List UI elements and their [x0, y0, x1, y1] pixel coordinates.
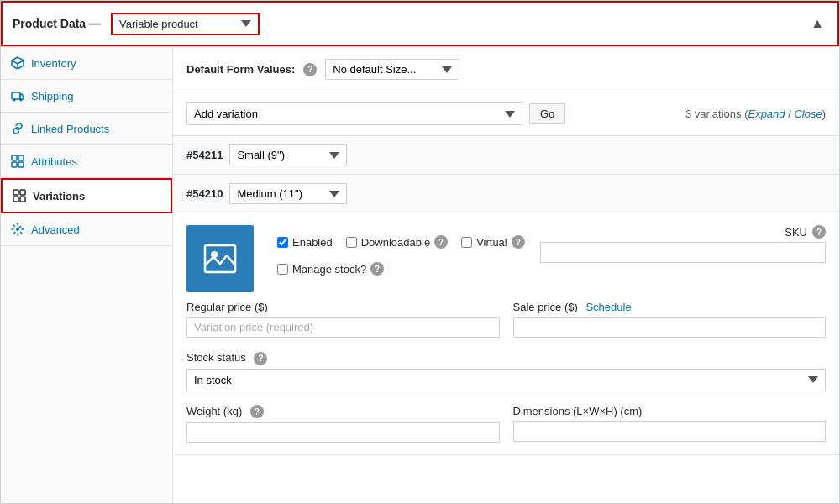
sku-help-icon[interactable]: ?	[812, 225, 826, 239]
virtual-checkbox-label[interactable]: Virtual ?	[461, 235, 525, 249]
weight-input[interactable]	[186, 422, 500, 443]
sidebar-item-inventory[interactable]: Inventory	[1, 47, 172, 80]
sidebar-item-label-advanced: Advanced	[31, 223, 80, 236]
product-type-select[interactable]: Variable productSimple productGrouped pr…	[111, 13, 260, 35]
main-content: Default Form Values: ? No default Size..…	[173, 47, 839, 503]
expand-link[interactable]: Expand	[748, 108, 785, 120]
svg-rect-5	[18, 155, 24, 160]
shipping-icon	[11, 89, 24, 102]
sidebar: InventoryShippingLinked ProductsAttribut…	[1, 47, 173, 503]
sidebar-item-label-inventory: Inventory	[31, 57, 76, 70]
collapse-icon[interactable]: ▲	[797, 16, 837, 31]
default-form-help-icon[interactable]: ?	[303, 63, 317, 76]
sidebar-item-variations[interactable]: Variations	[1, 178, 172, 213]
virtual-label: Virtual	[476, 236, 507, 249]
svg-rect-9	[20, 190, 25, 195]
regular-price-field: Regular price ($)	[186, 301, 500, 338]
inventory-icon	[11, 56, 24, 70]
dimensions-input[interactable]	[513, 421, 827, 442]
svg-rect-6	[12, 162, 17, 167]
svg-rect-7	[18, 162, 24, 167]
manage-stock-checkbox[interactable]	[277, 264, 288, 275]
sku-label-text: SKU	[785, 226, 807, 239]
sku-input[interactable]	[540, 242, 826, 263]
svg-rect-4	[12, 155, 17, 160]
weight-field: Weight (kg) ?	[186, 405, 500, 444]
downloadable-label: Downloadable	[361, 236, 430, 249]
weight-help-icon[interactable]: ?	[250, 405, 264, 418]
bottom-fields-row: Weight (kg) ? Dimensions (L×W×H) (cm)	[186, 396, 826, 444]
sidebar-item-advanced[interactable]: Advanced	[1, 213, 172, 246]
downloadable-checkbox-label[interactable]: Downloadable ?	[346, 235, 448, 249]
svg-rect-1	[12, 92, 20, 99]
go-button[interactable]: Go	[529, 103, 565, 124]
enabled-checkbox[interactable]	[277, 237, 288, 248]
variation-select-1[interactable]: Small (9") Medium (11") Large (13")	[229, 144, 347, 165]
product-data-header: Product Data — Variable productSimple pr…	[1, 1, 839, 46]
variation-id-1: #54211	[186, 149, 223, 161]
sidebar-item-label-linked-products: Linked Products	[31, 123, 109, 135]
panel-body: InventoryShippingLinked ProductsAttribut…	[1, 46, 839, 503]
variation-detail: Enabled Downloadable ? Virtual ?	[173, 213, 839, 455]
attributes-icon	[11, 155, 24, 168]
downloadable-help-icon[interactable]: ?	[434, 235, 448, 249]
svg-point-3	[20, 99, 23, 102]
sidebar-item-label-variations: Variations	[33, 190, 85, 202]
close-link[interactable]: Close	[794, 108, 822, 120]
virtual-help-icon[interactable]: ?	[512, 235, 525, 249]
sku-label-row: SKU ?	[785, 225, 826, 239]
downloadable-checkbox[interactable]	[346, 237, 357, 248]
variation-row-2: #54210 Small (9") Medium (11") Large (13…	[173, 175, 839, 213]
advanced-icon	[11, 223, 24, 236]
variation-row-1: #54211 Small (9") Medium (11") Large (13…	[173, 136, 839, 175]
sale-price-field: Sale price ($) Schedule	[513, 301, 827, 338]
stock-status-label: Stock status ?	[186, 351, 826, 365]
default-form-label: Default Form Values:	[186, 63, 295, 76]
default-form-row: Default Form Values: ? No default Size..…	[173, 47, 839, 92]
variation-select-2[interactable]: Small (9") Medium (11") Large (13")	[229, 183, 347, 204]
stock-status-row: Stock status ? In stock Out of stock On …	[186, 343, 826, 396]
variation-detail-top: Enabled Downloadable ? Virtual ?	[186, 225, 826, 292]
product-image-button[interactable]	[186, 225, 254, 292]
stock-status-help-icon[interactable]: ?	[254, 352, 267, 365]
checkboxes-row: Enabled Downloadable ? Virtual ?	[277, 225, 527, 282]
dimensions-label: Dimensions (L×W×H) (cm)	[513, 405, 827, 417]
sidebar-item-linked-products[interactable]: Linked Products	[1, 113, 172, 145]
regular-price-label: Regular price ($)	[186, 301, 500, 313]
svg-point-2	[13, 99, 16, 102]
price-row: Regular price ($) Sale price ($) Schedul…	[186, 292, 826, 343]
add-variation-row: Add variationAdd all variations Go 3 var…	[173, 92, 839, 136]
manage-stock-help-icon[interactable]: ?	[370, 262, 384, 276]
svg-rect-10	[13, 197, 18, 202]
svg-rect-11	[20, 197, 25, 202]
sidebar-item-attributes[interactable]: Attributes	[1, 145, 172, 178]
stock-status-select[interactable]: In stock Out of stock On backorder	[186, 369, 826, 391]
variations-icon	[13, 189, 26, 202]
add-variation-select[interactable]: Add variationAdd all variations	[186, 102, 522, 125]
enabled-checkbox-label[interactable]: Enabled	[277, 236, 333, 249]
sidebar-item-label-attributes: Attributes	[31, 155, 77, 168]
regular-price-input[interactable]	[186, 317, 500, 338]
sale-price-label: Sale price ($) Schedule	[513, 301, 827, 313]
svg-rect-8	[13, 190, 18, 195]
manage-stock-checkbox-label[interactable]: Manage stock? ?	[277, 262, 384, 276]
sidebar-item-shipping[interactable]: Shipping	[1, 80, 172, 113]
linked-icon	[11, 122, 24, 135]
product-data-panel: Product Data — Variable productSimple pr…	[0, 0, 840, 504]
weight-label: Weight (kg) ?	[186, 405, 500, 419]
product-data-label: Product Data —	[3, 17, 111, 30]
dimensions-field: Dimensions (L×W×H) (cm)	[513, 405, 827, 444]
variation-id-2: #54210	[186, 187, 223, 200]
virtual-checkbox[interactable]	[461, 237, 472, 248]
default-size-select[interactable]: No default Size...Small (9")Medium (11")…	[325, 59, 459, 80]
svg-point-12	[16, 228, 19, 231]
sidebar-item-label-shipping: Shipping	[31, 90, 74, 102]
manage-stock-label: Manage stock?	[292, 263, 366, 276]
sale-price-input[interactable]	[513, 317, 827, 338]
sku-section: SKU ?	[540, 225, 826, 263]
schedule-link[interactable]: Schedule	[585, 301, 631, 313]
enabled-label: Enabled	[292, 236, 333, 249]
variations-count: 3 variations (Expand / Close)	[685, 108, 826, 120]
